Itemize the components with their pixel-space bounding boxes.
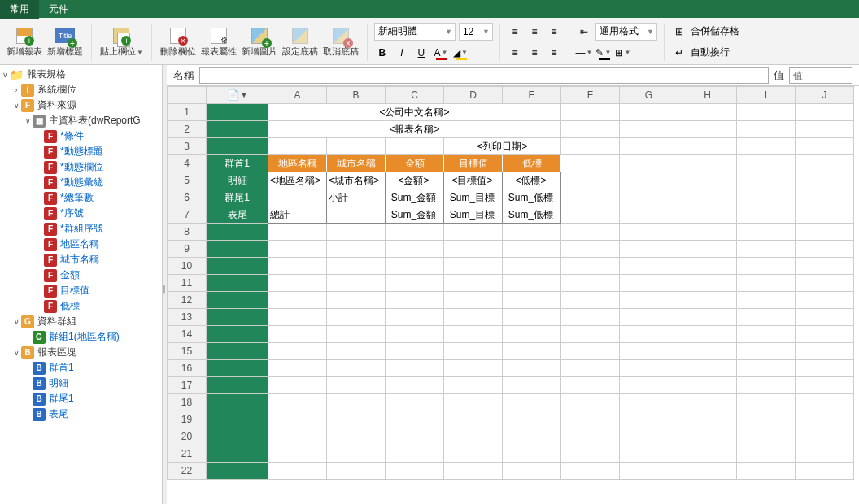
italic-button[interactable]: I	[394, 45, 410, 61]
section-cell[interactable]: 明細	[207, 172, 268, 189]
tree-node[interactable]: ∨📁報表規格	[0, 67, 162, 82]
section-cell[interactable]: 群尾1	[207, 189, 268, 206]
row-header[interactable]: 5	[168, 172, 207, 189]
section-cell[interactable]	[207, 463, 268, 480]
row-header[interactable]: 18	[168, 394, 207, 411]
row-header[interactable]: 8	[168, 224, 207, 241]
tree-node[interactable]: B群尾1	[0, 391, 162, 406]
col-header[interactable]: A	[268, 87, 327, 104]
section-cell[interactable]	[207, 138, 268, 155]
font-color-button[interactable]: A▼	[433, 45, 449, 61]
tree-node[interactable]: ∨F資料來源	[0, 98, 162, 113]
section-cell[interactable]	[207, 394, 268, 411]
section-cell[interactable]	[207, 445, 268, 463]
spreadsheet-grid[interactable]: 📄▼ABCDEFGHIJ1<公司中文名稱>2<報表名稱>3<列印日期>4群首1地…	[167, 86, 859, 504]
add-report-button[interactable]: 新增報表	[5, 26, 44, 58]
tree-node[interactable]: G群組1(地區名稱)	[0, 329, 162, 345]
section-cell[interactable]: 表尾	[207, 206, 268, 224]
row-header[interactable]: 15	[168, 343, 207, 360]
section-cell[interactable]	[207, 377, 268, 394]
section-cell[interactable]	[207, 411, 268, 428]
row-header[interactable]: 12	[168, 292, 207, 309]
tree-node[interactable]: F*動態標題	[0, 144, 162, 159]
col-header[interactable]: J	[796, 87, 854, 104]
tree-node[interactable]: F*群組序號	[0, 221, 162, 237]
section-cell[interactable]: 群首1	[207, 155, 268, 172]
tree-node[interactable]: F*動態欄位	[0, 159, 162, 175]
section-cell[interactable]	[207, 121, 268, 138]
underline-button[interactable]: U	[413, 45, 430, 61]
name-input[interactable]	[199, 67, 769, 84]
section-cell[interactable]	[207, 428, 268, 445]
align-bottom-button[interactable]: ≡	[546, 24, 562, 40]
row-header[interactable]: 21	[168, 445, 207, 463]
number-format-select[interactable]: 通用格式▼	[595, 23, 657, 41]
align-left-button[interactable]: ≡	[507, 45, 523, 61]
border-button[interactable]: ⊞▼	[615, 45, 631, 61]
row-header[interactable]: 11	[168, 275, 207, 292]
tree-node[interactable]: F低標	[0, 298, 162, 314]
add-image-button[interactable]: 新增圖片	[240, 26, 279, 58]
paste-column-button[interactable]: 貼上欄位▼	[98, 26, 145, 58]
tree-node[interactable]: F*動態彙總	[0, 175, 162, 190]
col-header[interactable]: I	[737, 87, 796, 104]
indent-button[interactable]: ⇤	[576, 24, 592, 40]
section-cell[interactable]	[207, 292, 268, 309]
tree-node[interactable]: F地區名稱	[0, 237, 162, 252]
section-cell[interactable]	[207, 224, 268, 241]
section-cell[interactable]	[207, 258, 268, 275]
row-header[interactable]: 13	[168, 309, 207, 326]
tree-pane[interactable]: ∨📁報表規格›i系統欄位∨F資料來源∨▦主資料表(dwReportGF*條件F*…	[0, 65, 163, 504]
row-header[interactable]: 1	[168, 104, 207, 121]
tree-node[interactable]: F金額	[0, 267, 162, 283]
tab-main[interactable]: 常用	[0, 0, 39, 19]
row-header[interactable]: 14	[168, 326, 207, 343]
tab-components[interactable]: 元件	[39, 0, 78, 19]
tree-node[interactable]: B表尾	[0, 406, 162, 422]
row-header[interactable]: 2	[168, 121, 207, 138]
row-header[interactable]: 6	[168, 189, 207, 206]
set-draft-button[interactable]: 設定底稿	[281, 26, 320, 58]
line-style-button[interactable]: —▼	[576, 45, 592, 61]
section-cell[interactable]	[207, 104, 268, 121]
row-header[interactable]: 9	[168, 241, 207, 258]
tree-node[interactable]: ∨G資料群組	[0, 314, 162, 329]
col-header[interactable]: C	[386, 87, 444, 104]
tree-node[interactable]: B明細	[0, 376, 162, 391]
report-attr-button[interactable]: 報表屬性	[199, 26, 238, 58]
value-input[interactable]	[789, 67, 852, 84]
align-top-button[interactable]: ≡	[507, 24, 523, 40]
align-middle-button[interactable]: ≡	[526, 24, 543, 40]
add-title-button[interactable]: Title新增標題	[46, 26, 85, 58]
tree-node[interactable]: F目標值	[0, 283, 162, 298]
tree-node[interactable]: B群首1	[0, 360, 162, 376]
row-header[interactable]: 7	[168, 206, 207, 224]
align-right-button[interactable]: ≡	[546, 45, 562, 61]
row-header[interactable]: 4	[168, 155, 207, 172]
tree-node[interactable]: F*序號	[0, 206, 162, 221]
row-header[interactable]: 17	[168, 377, 207, 394]
auto-wrap-button[interactable]: 自動換行	[691, 46, 730, 59]
row-header[interactable]: 22	[168, 463, 207, 480]
font-size-select[interactable]: 12▼	[459, 23, 493, 41]
col-header[interactable]: H	[678, 87, 737, 104]
section-cell[interactable]	[207, 326, 268, 343]
section-cell[interactable]	[207, 360, 268, 377]
section-cell[interactable]	[207, 275, 268, 292]
col-header[interactable]: B	[327, 87, 386, 104]
col-header[interactable]: F	[561, 87, 620, 104]
tree-node[interactable]: F*條件	[0, 128, 162, 144]
col-header[interactable]: G	[620, 87, 678, 104]
tree-node[interactable]: ∨▦主資料表(dwReportG	[0, 113, 162, 128]
section-cell[interactable]	[207, 241, 268, 258]
fill-color-button[interactable]: ◢▼	[452, 45, 469, 61]
row-header[interactable]: 3	[168, 138, 207, 155]
merge-cells-button[interactable]: 合併儲存格	[691, 24, 739, 38]
bold-button[interactable]: B	[374, 45, 390, 61]
delete-column-button[interactable]: 刪除欄位	[159, 26, 198, 58]
section-cell[interactable]	[207, 309, 268, 326]
row-header[interactable]: 16	[168, 360, 207, 377]
font-select[interactable]: 新細明體▼	[374, 23, 456, 41]
col-header[interactable]: D	[444, 87, 503, 104]
section-cell[interactable]	[207, 343, 268, 360]
